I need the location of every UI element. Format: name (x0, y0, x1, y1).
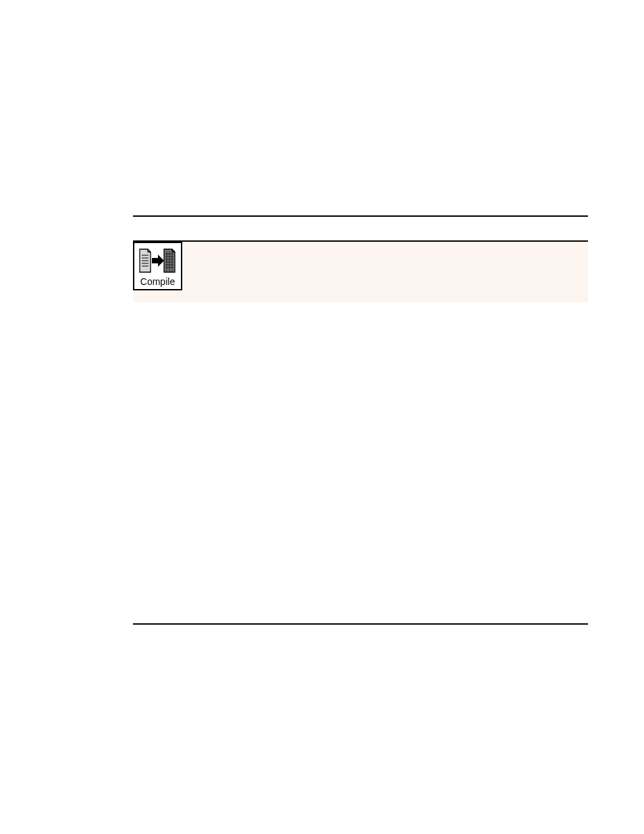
horizontal-rule-bottom (133, 623, 588, 625)
compile-icon (138, 247, 178, 274)
svg-marker-17 (158, 255, 164, 267)
content-area: Compile (133, 215, 588, 303)
svg-rect-16 (152, 258, 159, 263)
compile-row: Compile (133, 242, 588, 303)
compile-button-cell: Compile (133, 242, 182, 290)
spacer (133, 217, 588, 240)
compile-button[interactable]: Compile (133, 242, 182, 290)
compile-button-label: Compile (140, 276, 175, 287)
